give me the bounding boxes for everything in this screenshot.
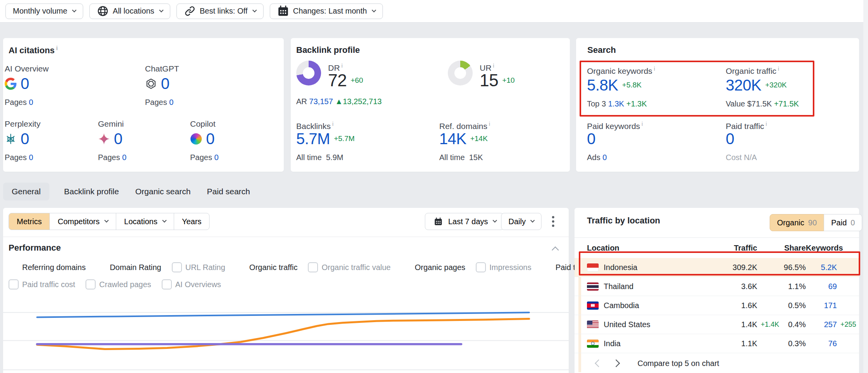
info-icon[interactable] bbox=[778, 66, 779, 72]
filter-label: Changes: Last month bbox=[293, 7, 367, 16]
compare-top5-link[interactable]: Compare top 5 on chart bbox=[637, 359, 719, 368]
pages-count-link[interactable]: 0 bbox=[169, 98, 173, 106]
chart-series-referring-domains bbox=[37, 312, 529, 317]
metric-url-rating[interactable]: URL Rating bbox=[172, 262, 225, 272]
share-value: 0.5% bbox=[757, 301, 806, 310]
segment-locations[interactable]: Locations bbox=[116, 213, 174, 230]
info-icon[interactable] bbox=[642, 121, 643, 127]
keywords-link[interactable]: 257 bbox=[824, 320, 837, 329]
kebab-menu-icon[interactable] bbox=[547, 213, 560, 230]
date-range-button[interactable]: Last 7 days bbox=[425, 213, 504, 230]
collapse-chevron-up-icon[interactable] bbox=[552, 246, 559, 253]
info-icon[interactable] bbox=[654, 66, 655, 72]
tab-organic-search[interactable]: Organic search bbox=[134, 187, 192, 196]
monthly-volume-filter[interactable]: Monthly volume bbox=[5, 3, 83, 19]
info-icon[interactable] bbox=[766, 121, 767, 127]
ur-stat: UR 15+10 bbox=[480, 60, 515, 89]
paid-keywords-value-link[interactable]: 0 bbox=[587, 130, 596, 148]
tab-paid-search[interactable]: Paid search bbox=[205, 187, 251, 196]
locations-filter[interactable]: All locations bbox=[89, 3, 170, 19]
metric-ai-overviews[interactable]: AI Overviews bbox=[162, 279, 221, 289]
info-icon[interactable] bbox=[341, 63, 342, 69]
pages-count-link[interactable]: 0 bbox=[214, 153, 218, 162]
info-icon[interactable] bbox=[489, 121, 490, 127]
table-row-thailand[interactable]: Thailand 3.6K 1.1% 69 bbox=[575, 277, 859, 296]
dr-delta: +60 bbox=[351, 76, 363, 85]
keywords-cell: 257+255 bbox=[806, 320, 837, 329]
segment-metrics[interactable]: Metrics bbox=[9, 213, 50, 230]
gemini-stat: Gemini 0 Pages 0 bbox=[98, 118, 126, 162]
ref-domains-value-link[interactable]: 14K bbox=[439, 130, 466, 148]
performance-panel: Metrics Competitors Locations Years Last… bbox=[3, 208, 569, 373]
col-traffic: Traffic bbox=[699, 244, 757, 253]
location-name: Cambodia bbox=[604, 301, 639, 310]
keywords-link[interactable]: 69 bbox=[806, 282, 837, 291]
dashboard-page: Monthly volume All locations Best links:… bbox=[0, 0, 868, 373]
metric-crawled-pages[interactable]: Crawled pages bbox=[86, 279, 151, 289]
toggle-organic[interactable]: Organic90 bbox=[770, 214, 824, 231]
keywords-link[interactable]: 171 bbox=[806, 301, 837, 310]
checkbox-icon bbox=[9, 279, 19, 289]
metric-organic-pages[interactable]: Organic pages bbox=[401, 262, 465, 272]
dr-donut-chart bbox=[296, 61, 321, 85]
granularity-button[interactable]: Daily bbox=[501, 213, 541, 230]
table-row-cambodia[interactable]: Cambodia 1.6K 0.5% 171 bbox=[575, 296, 859, 315]
table-row-united-states[interactable]: United States 1.4K+1.4K 0.4% 257+255 bbox=[575, 315, 859, 334]
ref-domains-stat: Ref. domains 14K+14K All time 15K bbox=[439, 118, 490, 162]
metric-organic-traffic-value[interactable]: Organic traffic value bbox=[308, 262, 391, 272]
organic-keywords-value-link[interactable]: 5.8K bbox=[587, 77, 618, 94]
metric-paid-traffic-cost[interactable]: Paid traffic cost bbox=[9, 279, 75, 289]
copilot-value[interactable]: 0 bbox=[206, 130, 215, 148]
search-title: Search bbox=[587, 45, 616, 55]
perplexity-icon bbox=[5, 133, 17, 145]
keywords-link[interactable]: 76 bbox=[806, 339, 837, 348]
info-icon[interactable] bbox=[56, 45, 58, 51]
tab-backlink-profile[interactable]: Backlink profile bbox=[63, 187, 121, 196]
keywords-link[interactable]: 5.2K bbox=[806, 263, 837, 272]
table-row-indonesia[interactable]: Indonesia 309.2K 96.5% 5.2K bbox=[575, 258, 859, 277]
ai-overview-value[interactable]: 0 bbox=[21, 75, 29, 92]
chevron-down-icon bbox=[105, 218, 109, 223]
traffic-value: 1.1K bbox=[699, 339, 757, 348]
ai-citations-title: AI citations bbox=[9, 45, 58, 56]
metric-referring-domains[interactable]: Referring domains bbox=[9, 262, 86, 272]
best-links-filter[interactable]: Best links: Off bbox=[176, 3, 264, 19]
pages-count-link[interactable]: 0 bbox=[29, 98, 33, 106]
col-location: Location bbox=[587, 244, 699, 253]
organic-traffic-value-link[interactable]: 320K bbox=[726, 77, 761, 94]
col-keywords: Keywords bbox=[806, 244, 837, 253]
backlinks-value-link[interactable]: 5.7M bbox=[296, 130, 330, 148]
table-row-india[interactable]: India 1.1K 0.3% 76 bbox=[575, 334, 859, 353]
segment-competitors[interactable]: Competitors bbox=[49, 213, 116, 230]
gemini-value[interactable]: 0 bbox=[114, 130, 122, 148]
metric-organic-traffic[interactable]: Organic traffic bbox=[236, 262, 297, 272]
chevron-down-icon bbox=[252, 8, 257, 12]
metric-toggles-row-2: Paid traffic cost Crawled pages AI Overv… bbox=[9, 279, 221, 289]
next-page-chevron-icon[interactable] bbox=[611, 357, 623, 369]
info-icon[interactable] bbox=[493, 63, 494, 69]
toggle-paid[interactable]: Paid0 bbox=[824, 214, 862, 231]
paid-keywords-stat: Paid keywords 0 Ads 0 bbox=[587, 118, 643, 162]
united-states-flag-icon bbox=[587, 321, 599, 329]
perplexity-value[interactable]: 0 bbox=[21, 130, 29, 148]
chatgpt-value[interactable]: 0 bbox=[161, 75, 169, 92]
paid-traffic-value-link[interactable]: 0 bbox=[726, 130, 734, 148]
calendar-icon bbox=[277, 5, 289, 17]
link-icon bbox=[184, 5, 196, 17]
performance-title: Performance bbox=[9, 243, 61, 253]
changes-filter[interactable]: Changes: Last month bbox=[270, 3, 383, 19]
scrollbar-track[interactable] bbox=[863, 0, 868, 373]
metric-impressions[interactable]: Impressions bbox=[476, 262, 531, 272]
segment-years[interactable]: Years bbox=[174, 213, 210, 230]
pages-count-link[interactable]: 0 bbox=[122, 153, 126, 162]
info-icon[interactable] bbox=[332, 121, 334, 127]
prev-page-chevron-icon[interactable] bbox=[592, 357, 604, 369]
tab-general[interactable]: General bbox=[3, 183, 49, 200]
traffic-value: 1.4K+1.4K bbox=[699, 320, 757, 329]
pages-count-link[interactable]: 0 bbox=[29, 153, 33, 162]
performance-line-chart[interactable] bbox=[3, 293, 569, 373]
ads-count-link[interactable]: 0 bbox=[603, 153, 607, 162]
metric-domain-rating[interactable]: Domain Rating bbox=[96, 262, 161, 272]
ar-value-link[interactable]: 73,157 bbox=[309, 97, 333, 106]
top3-value-link[interactable]: 1.3K bbox=[608, 99, 624, 108]
